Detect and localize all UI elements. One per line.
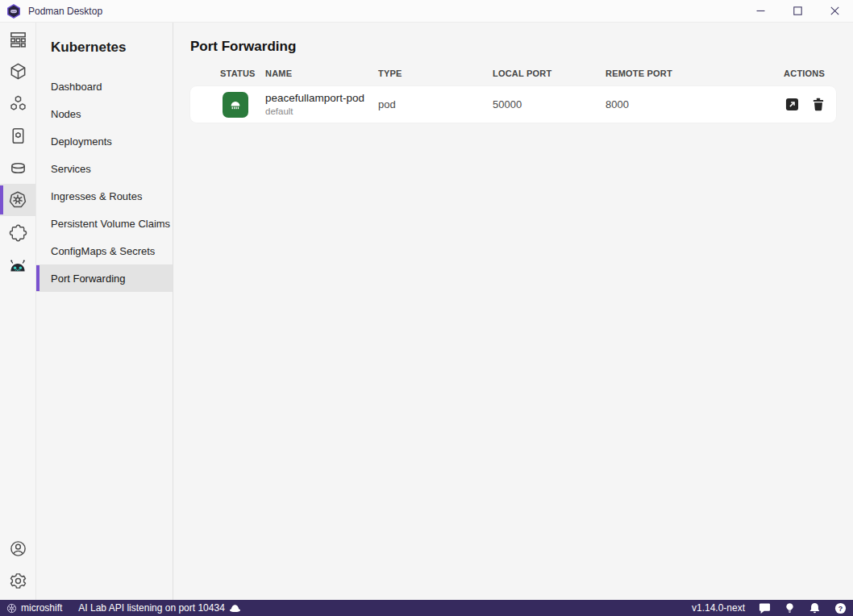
open-in-browser-button[interactable] <box>785 98 799 111</box>
app-body: Kubernetes Dashboard Nodes Deployments S… <box>0 23 853 600</box>
maximize-button[interactable] <box>779 0 816 22</box>
rail-item-dashboard[interactable] <box>0 23 35 55</box>
app-version-label: v1.14.0-next <box>692 602 745 614</box>
kubernetes-sidebar: Kubernetes Dashboard Nodes Deployments S… <box>36 23 173 600</box>
statusbar: microshift AI Lab API listening on port … <box>0 600 853 616</box>
ai-lab-hat-icon <box>229 603 241 613</box>
sidebar-item-label: Port Forwarding <box>51 273 125 285</box>
help-button[interactable]: ? <box>834 602 847 614</box>
sidebar-item-services[interactable]: Services <box>36 155 173 182</box>
rail-item-kubernetes[interactable] <box>0 184 35 216</box>
ai-lab-status-button[interactable]: AI Lab API listening on port 10434 <box>78 602 240 614</box>
rail-item-settings[interactable] <box>0 564 35 597</box>
forward-namespace: default <box>265 106 378 117</box>
titlebar: Podman Desktop <box>0 0 853 23</box>
notifications-bell-button[interactable] <box>809 602 821 614</box>
sidebar-item-label: Services <box>51 163 91 175</box>
column-header-status: STATUS <box>220 69 265 78</box>
podman-logo-icon <box>6 4 21 19</box>
sidebar-item-label: Ingresses & Routes <box>51 190 142 202</box>
table-header-row: STATUS NAME TYPE LOCAL PORT REMOTE PORT … <box>190 69 836 86</box>
rail-item-images[interactable] <box>0 119 35 152</box>
rail-item-extensions[interactable] <box>0 216 35 248</box>
navigation-rail <box>0 23 36 600</box>
sidebar-item-configmaps-secrets[interactable]: ConfigMaps & Secrets <box>36 237 173 264</box>
svg-text:?: ? <box>838 604 843 612</box>
pod-status-badge <box>223 92 248 118</box>
sidebar-item-ingresses-routes[interactable]: Ingresses & Routes <box>36 182 173 210</box>
rail-item-containers[interactable] <box>0 55 35 87</box>
sidebar-item-nodes[interactable]: Nodes <box>36 100 173 127</box>
sidebar-item-label: ConfigMaps & Secrets <box>51 245 155 257</box>
ai-lab-bot-icon <box>8 255 27 274</box>
sidebar-nav: Dashboard Nodes Deployments Services Ing… <box>36 73 173 292</box>
delete-forward-button[interactable] <box>812 98 825 111</box>
app-window: Podman Desktop <box>0 0 853 616</box>
page-title: Port Forwarding <box>190 39 836 55</box>
sidebar-item-port-forwarding[interactable]: Port Forwarding <box>36 264 173 292</box>
tasks-lightbulb-button[interactable] <box>784 601 795 614</box>
rail-spacer <box>0 281 35 532</box>
image-document-icon <box>9 127 27 145</box>
account-icon <box>9 539 27 558</box>
rail-item-ai-lab[interactable] <box>0 248 35 281</box>
trash-icon <box>812 98 825 111</box>
pods-cubes-icon <box>9 94 27 113</box>
kubernetes-context-icon <box>6 603 17 614</box>
close-button[interactable] <box>816 0 853 22</box>
rail-item-volumes[interactable] <box>0 152 35 184</box>
column-header-actions: ACTIONS <box>784 69 825 78</box>
forward-local-port: 50000 <box>493 98 605 110</box>
window-controls <box>742 0 853 22</box>
dashboard-icon <box>9 30 27 48</box>
pod-icon <box>227 97 243 113</box>
rail-item-account[interactable] <box>0 532 35 564</box>
ai-lab-status-message: AI Lab API listening on port 10434 <box>78 602 224 614</box>
forward-name: peacefullamport-pod <box>265 92 378 106</box>
kube-context-button[interactable]: microshift <box>6 602 62 614</box>
puzzle-icon <box>9 223 27 242</box>
row-actions <box>785 98 825 111</box>
forward-type: pod <box>378 98 493 110</box>
container-cube-icon <box>9 62 27 81</box>
volume-cylinder-icon <box>9 159 27 177</box>
main-content: Port Forwarding STATUS NAME TYPE LOCAL P… <box>173 23 853 600</box>
kube-context-label: microshift <box>21 602 62 614</box>
sidebar-item-label: Nodes <box>51 108 81 120</box>
column-header-name: NAME <box>265 69 378 78</box>
settings-gear-icon <box>9 572 27 590</box>
minimize-button[interactable] <box>742 0 779 22</box>
rail-item-pods[interactable] <box>0 87 35 119</box>
sidebar-item-deployments[interactable]: Deployments <box>36 127 173 155</box>
table-row: peacefullamport-pod default pod 50000 80… <box>190 86 836 123</box>
sidebar-item-label: Persistent Volume Claims <box>51 218 170 230</box>
feedback-button[interactable] <box>759 602 771 614</box>
kubernetes-wheel-icon <box>8 190 27 210</box>
column-header-remote-port: REMOTE PORT <box>605 69 784 78</box>
sidebar-title: Kubernetes <box>36 23 173 56</box>
sidebar-item-label: Dashboard <box>51 81 102 93</box>
open-external-icon <box>785 98 799 111</box>
column-header-type: TYPE <box>378 69 493 78</box>
column-header-local-port: LOCAL PORT <box>493 69 605 78</box>
app-title: Podman Desktop <box>28 6 102 17</box>
sidebar-item-label: Deployments <box>51 135 112 148</box>
sidebar-item-dashboard[interactable]: Dashboard <box>36 73 173 100</box>
forward-remote-port: 8000 <box>605 98 785 110</box>
port-forwarding-table: STATUS NAME TYPE LOCAL PORT REMOTE PORT … <box>190 69 836 123</box>
sidebar-item-persistent-volume-claims[interactable]: Persistent Volume Claims <box>36 210 173 237</box>
